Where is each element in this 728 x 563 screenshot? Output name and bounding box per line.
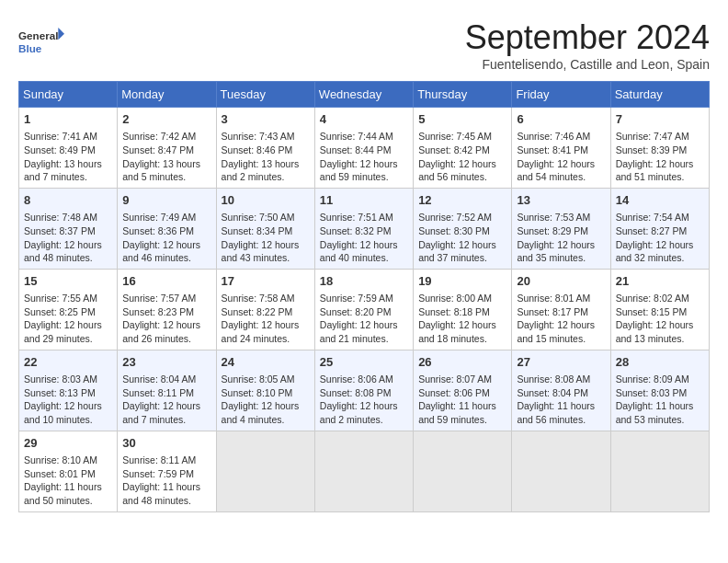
day-info: and 4 minutes.	[222, 413, 310, 427]
day-info: and 43 minutes.	[222, 251, 310, 265]
day-info: Daylight: 12 hours	[517, 318, 605, 332]
calendar-cell: 12Sunrise: 7:52 AMSunset: 8:30 PMDayligh…	[414, 188, 512, 269]
day-info: and 13 minutes.	[616, 332, 704, 346]
calendar-cell	[414, 431, 512, 511]
day-info: Sunset: 8:47 PM	[122, 144, 210, 157]
day-info: Sunset: 8:01 PM	[24, 467, 112, 481]
day-info: and 26 minutes.	[122, 332, 210, 346]
day-info: Daylight: 12 hours	[24, 238, 112, 252]
day-info: Sunrise: 7:50 AM	[222, 211, 310, 224]
day-number: 29	[24, 435, 112, 452]
day-info: Sunrise: 7:41 AM	[24, 130, 112, 144]
day-info: Daylight: 12 hours	[418, 318, 506, 332]
day-number: 6	[517, 111, 605, 128]
day-info: and 37 minutes.	[418, 251, 506, 265]
day-info: Sunset: 8:18 PM	[418, 305, 506, 319]
day-number: 12	[418, 192, 506, 209]
day-info: Daylight: 13 hours	[24, 157, 112, 171]
location-title: Fuentelisendo, Castille and Leon, Spain	[465, 57, 710, 72]
col-header-friday: Friday	[512, 82, 610, 108]
day-info: and 7 minutes.	[122, 413, 210, 427]
day-number: 16	[122, 273, 210, 290]
day-info: and 46 minutes.	[122, 251, 210, 265]
day-info: Daylight: 12 hours	[222, 318, 310, 332]
day-number: 7	[616, 111, 704, 128]
day-info: Sunrise: 7:45 AM	[418, 130, 506, 144]
calendar-cell: 25Sunrise: 8:06 AMSunset: 8:08 PMDayligh…	[314, 350, 413, 431]
day-info: Sunset: 8:17 PM	[517, 305, 605, 319]
week-row-2: 8Sunrise: 7:48 AMSunset: 8:37 PMDaylight…	[19, 188, 710, 269]
calendar-table: SundayMondayTuesdayWednesdayThursdayFrid…	[18, 81, 710, 512]
header: General Blue September 2024 Fuentelisend…	[18, 18, 710, 72]
day-info: Sunset: 8:06 PM	[418, 386, 506, 400]
calendar-cell: 20Sunrise: 8:01 AMSunset: 8:17 PMDayligh…	[512, 269, 610, 350]
day-info: Daylight: 12 hours	[418, 238, 506, 252]
day-info: and 10 minutes.	[24, 413, 112, 427]
day-info: Sunrise: 7:59 AM	[320, 292, 408, 305]
calendar-cell: 4Sunrise: 7:44 AMSunset: 8:44 PMDaylight…	[314, 108, 413, 189]
logo: General Blue	[18, 18, 64, 64]
day-info: and 5 minutes.	[122, 170, 210, 184]
day-info: Sunrise: 7:52 AM	[418, 211, 506, 224]
day-info: Sunrise: 7:47 AM	[616, 130, 704, 144]
day-info: Sunset: 8:46 PM	[222, 144, 310, 157]
day-info: Sunrise: 8:04 AM	[122, 373, 210, 386]
day-info: and 29 minutes.	[24, 332, 112, 346]
day-info: Daylight: 12 hours	[320, 318, 408, 332]
calendar-cell: 13Sunrise: 7:53 AMSunset: 8:29 PMDayligh…	[512, 188, 610, 269]
col-header-tuesday: Tuesday	[216, 82, 314, 108]
day-info: Sunset: 8:32 PM	[320, 224, 408, 238]
day-info: Sunrise: 7:58 AM	[222, 292, 310, 305]
day-info: Sunset: 8:10 PM	[222, 386, 310, 400]
day-number: 3	[222, 111, 310, 128]
day-number: 24	[222, 354, 310, 371]
day-number: 1	[24, 111, 112, 128]
day-number: 27	[517, 354, 605, 371]
day-info: Sunset: 8:08 PM	[320, 386, 408, 400]
calendar-cell: 24Sunrise: 8:05 AMSunset: 8:10 PMDayligh…	[216, 350, 314, 431]
day-info: Daylight: 11 hours	[517, 399, 605, 413]
day-number: 11	[320, 192, 408, 209]
day-info: Sunset: 8:44 PM	[320, 144, 408, 157]
day-number: 21	[616, 273, 704, 290]
col-header-wednesday: Wednesday	[314, 82, 413, 108]
day-info: Sunrise: 8:11 AM	[122, 454, 210, 467]
day-info: Sunset: 8:36 PM	[122, 224, 210, 238]
day-info: Sunset: 8:37 PM	[24, 224, 112, 238]
calendar-cell: 28Sunrise: 8:09 AMSunset: 8:03 PMDayligh…	[610, 350, 709, 431]
day-info: and 35 minutes.	[517, 251, 605, 265]
calendar-cell: 14Sunrise: 7:54 AMSunset: 8:27 PMDayligh…	[610, 188, 709, 269]
day-number: 22	[24, 354, 112, 371]
day-info: and 32 minutes.	[616, 251, 704, 265]
day-info: Sunrise: 8:02 AM	[616, 292, 704, 305]
day-info: Sunset: 8:41 PM	[517, 144, 605, 157]
day-info: Daylight: 12 hours	[517, 157, 605, 171]
col-header-saturday: Saturday	[610, 82, 709, 108]
day-info: Sunrise: 7:53 AM	[517, 211, 605, 224]
day-number: 28	[616, 354, 704, 371]
day-number: 9	[122, 192, 210, 209]
calendar-cell: 29Sunrise: 8:10 AMSunset: 8:01 PMDayligh…	[19, 431, 118, 511]
calendar-cell: 22Sunrise: 8:03 AMSunset: 8:13 PMDayligh…	[19, 350, 118, 431]
calendar-cell: 23Sunrise: 8:04 AMSunset: 8:11 PMDayligh…	[118, 350, 216, 431]
day-number: 19	[418, 273, 506, 290]
day-number: 23	[122, 354, 210, 371]
calendar-cell: 7Sunrise: 7:47 AMSunset: 8:39 PMDaylight…	[610, 108, 709, 189]
calendar-cell: 3Sunrise: 7:43 AMSunset: 8:46 PMDaylight…	[216, 108, 314, 189]
day-info: Daylight: 12 hours	[222, 238, 310, 252]
day-number: 5	[418, 111, 506, 128]
col-header-monday: Monday	[118, 82, 216, 108]
day-info: Sunrise: 7:55 AM	[24, 292, 112, 305]
day-info: Daylight: 12 hours	[616, 157, 704, 171]
calendar-cell: 26Sunrise: 8:07 AMSunset: 8:06 PMDayligh…	[414, 350, 512, 431]
calendar-cell: 11Sunrise: 7:51 AMSunset: 8:32 PMDayligh…	[314, 188, 413, 269]
day-info: Sunrise: 8:06 AM	[320, 373, 408, 386]
day-number: 25	[320, 354, 408, 371]
day-info: Daylight: 11 hours	[418, 399, 506, 413]
day-info: Daylight: 12 hours	[122, 238, 210, 252]
day-info: Daylight: 11 hours	[616, 399, 704, 413]
day-info: Sunset: 8:27 PM	[616, 224, 704, 238]
day-info: and 18 minutes.	[418, 332, 506, 346]
day-info: Sunrise: 8:07 AM	[418, 373, 506, 386]
day-info: and 48 minutes.	[122, 494, 210, 508]
